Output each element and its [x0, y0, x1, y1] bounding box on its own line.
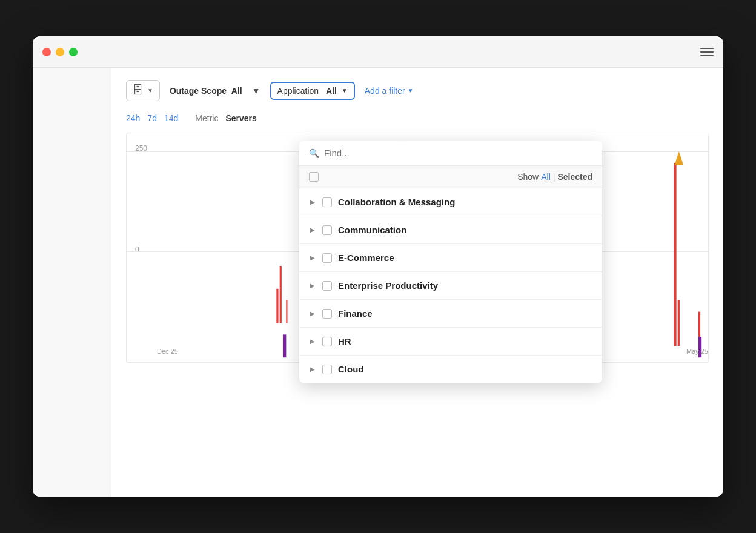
items-list: ▶ Collaboration & Messaging ▶ Communicat… — [299, 188, 602, 383]
item-checkbox[interactable] — [322, 309, 332, 319]
svg-rect-1 — [280, 266, 282, 323]
item-label: Enterprise Productivity — [338, 280, 438, 291]
expand-icon[interactable]: ▶ — [309, 199, 316, 206]
chevron-down-icon: ▼ — [342, 87, 348, 94]
show-label: Show — [517, 172, 539, 182]
fullscreen-button[interactable] — [69, 48, 78, 56]
list-item[interactable]: ▶ E-Commerce — [299, 244, 602, 272]
toolbar: 🗄 ▼ Outage Scope All ▼ Application All ▼… — [126, 80, 709, 101]
show-text: Show All | Selected — [517, 172, 592, 182]
minimize-button[interactable] — [56, 48, 64, 56]
traffic-lights — [42, 48, 78, 56]
item-label: Cloud — [338, 364, 364, 374]
svg-rect-35 — [698, 312, 700, 337]
chevron-down-icon: ▼ — [147, 87, 153, 94]
list-item[interactable]: ▶ Communication — [299, 216, 602, 244]
item-checkbox[interactable] — [322, 197, 332, 207]
chevron-down-icon: ▼ — [252, 86, 260, 96]
chevron-down-icon: ▼ — [408, 87, 414, 94]
svg-rect-2 — [286, 300, 287, 323]
titlebar — [33, 36, 723, 68]
expand-icon[interactable]: ▶ — [309, 254, 316, 262]
btn-14d[interactable]: 14d — [164, 113, 178, 123]
item-checkbox[interactable] — [322, 337, 332, 346]
servers-button[interactable]: Servers — [225, 113, 256, 123]
list-item[interactable]: ▶ Cloud — [299, 356, 602, 383]
svg-marker-32 — [674, 151, 683, 165]
item-checkbox[interactable] — [322, 225, 332, 235]
add-filter-button[interactable]: Add a filter ▼ — [365, 86, 414, 96]
hamburger-line-1 — [700, 48, 714, 49]
item-label: Communication — [338, 225, 406, 235]
expand-icon[interactable]: ▶ — [309, 338, 316, 345]
outage-scope-dropdown[interactable]: ▼ — [252, 86, 260, 96]
expand-icon[interactable]: ▶ — [309, 282, 316, 290]
expand-icon[interactable]: ▶ — [309, 366, 316, 373]
svg-rect-0 — [276, 289, 278, 323]
item-checkbox[interactable] — [322, 281, 332, 291]
item-label: E-Commerce — [338, 253, 394, 263]
item-label: Finance — [338, 308, 373, 319]
hamburger-line-2 — [700, 51, 714, 53]
item-checkbox[interactable] — [322, 365, 332, 374]
list-item[interactable]: ▶ Finance — [299, 300, 602, 328]
close-button[interactable] — [42, 48, 51, 56]
hamburger-line-3 — [700, 55, 714, 56]
show-all-button[interactable]: All — [541, 172, 551, 182]
search-icon: 🔍 — [309, 148, 319, 158]
date-dec25: Dec 25 — [157, 348, 178, 355]
show-selected-button[interactable]: Selected — [557, 172, 592, 182]
btn-24h[interactable]: 24h — [126, 113, 140, 123]
search-input[interactable] — [324, 148, 592, 158]
database-icon: 🗄 — [133, 84, 144, 97]
application-dropdown: 🔍 Show All | Selected ▶ — [299, 141, 602, 383]
y-label-0: 0 — [135, 245, 139, 254]
item-label: HR — [338, 336, 351, 346]
metric-label: Metric — [195, 113, 218, 123]
btn-7d[interactable]: 7d — [147, 113, 157, 123]
list-item[interactable]: ▶ HR — [299, 328, 602, 356]
date-may25: May 25 — [686, 348, 708, 355]
sidebar — [33, 68, 111, 497]
list-item[interactable]: ▶ Collaboration & Messaging — [299, 188, 602, 216]
show-separator: | — [553, 172, 555, 182]
time-controls: 24h 7d 14d Metric Servers — [126, 113, 709, 123]
search-box: 🔍 — [299, 141, 602, 166]
main-content: 🗄 ▼ Outage Scope All ▼ Application All ▼… — [111, 68, 723, 497]
hamburger-menu[interactable] — [700, 48, 714, 56]
svg-rect-31 — [678, 300, 680, 346]
svg-rect-30 — [674, 163, 676, 346]
list-item[interactable]: ▶ Enterprise Productivity — [299, 272, 602, 300]
content-area: 🗄 ▼ Outage Scope All ▼ Application All ▼… — [33, 68, 723, 497]
item-checkbox[interactable] — [322, 253, 332, 263]
main-window: 🗄 ▼ Outage Scope All ▼ Application All ▼… — [33, 36, 723, 497]
show-filter-row: Show All | Selected — [299, 166, 602, 188]
application-filter-button[interactable]: Application All ▼ — [270, 82, 355, 100]
db-selector[interactable]: 🗄 ▼ — [126, 80, 160, 101]
expand-icon[interactable]: ▶ — [309, 310, 316, 317]
item-label: Collaboration & Messaging — [338, 197, 455, 207]
outage-scope-filter: Outage Scope All — [170, 86, 242, 96]
expand-icon[interactable]: ▶ — [309, 227, 316, 234]
master-checkbox[interactable] — [309, 172, 319, 182]
